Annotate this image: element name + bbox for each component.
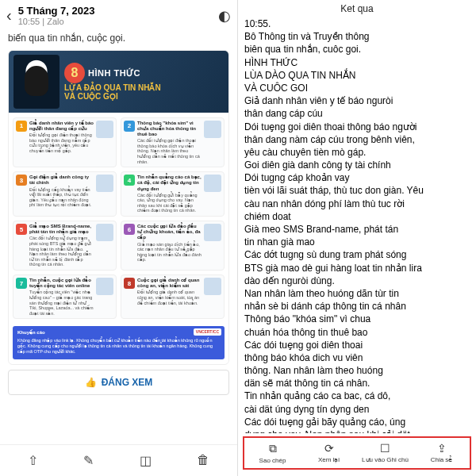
toolbar-icon: ☐ <box>357 442 413 455</box>
card-badge: 6 <box>124 224 135 235</box>
card-grid: 1Giả danh nhân viên y tế báo người thân … <box>9 113 228 364</box>
edit-icon[interactable]: ✎ <box>83 453 94 468</box>
card-thumb <box>204 224 221 241</box>
card-thumb <box>96 175 113 192</box>
card-4: 4Tin nhắn quảng cáo cá bạc, cá độ, cài đ… <box>121 171 225 217</box>
bottom-toolbar: ⇧ ✎ ◫ 🗑 <box>0 444 237 476</box>
card-thumb <box>96 224 113 241</box>
vncert-badge: VNCERT/CC <box>194 328 221 336</box>
card-badge: 5 <box>16 224 27 235</box>
card-5: 5Giả mạo SMS Brand-name, phát tán tin nh… <box>13 221 117 271</box>
crop-icon[interactable]: ◫ <box>140 453 152 468</box>
result-text[interactable]: 10:55.Bô Thông tin và Truyền thôngbiên q… <box>238 16 476 433</box>
back-icon[interactable]: ‹ <box>6 6 12 25</box>
worth-watching-button[interactable]: ĐÁNG XEM <box>8 370 229 395</box>
card-thumb <box>96 121 113 138</box>
toolbar-xem-lại[interactable]: ⟳Xem lại <box>301 438 357 468</box>
toolbar-icon: ⧉ <box>244 442 301 455</box>
toolbar-icon: ⟳ <box>301 442 357 455</box>
toolbar-chia-sẻ[interactable]: ⇪Chia sẻ <box>413 438 470 468</box>
card-7: 7Tin nhắn, cuộc gọi lừa đảo tuyển cộng t… <box>13 274 117 319</box>
toolbar-icon: ⇪ <box>413 442 470 455</box>
card-3: 3Gọi điện giả danh công ty tài chínhĐối … <box>13 171 117 217</box>
toolbar-sao-chép[interactable]: ⧉Sao chép <box>244 438 301 468</box>
ocr-result: Ket qua 10:55.Bô Thông tin và Truyền thô… <box>238 0 476 476</box>
card-badge: 1 <box>16 121 27 132</box>
infographic-hero: 8HÌNH THỨC LỪA ĐẢO QUA TIN NHẮN VÀ CUỘC … <box>9 51 228 113</box>
card-2: 2Thông báo "khóa sim" vì chưa chuẩn hóa … <box>121 117 225 168</box>
delete-icon[interactable]: 🗑 <box>197 453 209 468</box>
intro-text: biến qua tin nhắn, cuộc gọi. <box>0 31 237 50</box>
card-1: 1Giả danh nhân viên y tế báo người thân … <box>13 117 117 168</box>
card-thumb <box>204 121 221 138</box>
card-badge: 3 <box>16 175 27 186</box>
clock-icon[interactable]: ◐ <box>218 7 231 25</box>
card-badge: 4 <box>124 175 135 186</box>
result-toolbar: ⧉Sao chép⟳Xem lại☐Lưu vào Ghi chú⇪Chia s… <box>243 436 471 470</box>
header-date: 5 Tháng 7, 2023 <box>18 5 212 17</box>
infographic[interactable]: 8HÌNH THỨC LỪA ĐẢO QUA TIN NHẮN VÀ CUỘC … <box>8 50 229 365</box>
tip-box: Khuyến cáoKhông đăng nhập vào link lạ. K… <box>13 326 225 359</box>
card-6: 6Các cuộc gọi lừa đảo đầu tư chứng khoán… <box>121 221 225 271</box>
share-icon[interactable]: ⇧ <box>28 453 38 468</box>
card-badge: 2 <box>124 121 135 132</box>
card-thumb <box>96 278 113 295</box>
card-thumb <box>204 278 221 295</box>
card-badge: 7 <box>16 278 27 289</box>
card-badge: 8 <box>124 278 135 289</box>
header: ‹ 5 Tháng 7, 2023 10:55 | Zalo ◐ <box>0 0 237 31</box>
result-title: Ket qua <box>238 0 476 16</box>
zalo-screenshot: ‹ 5 Tháng 7, 2023 10:55 | Zalo ◐ biến qu… <box>0 0 238 476</box>
toolbar-lưu-vào-ghi-chú[interactable]: ☐Lưu vào Ghi chú <box>357 438 413 468</box>
card-8: 8Cuộc gọi giả danh cơ quan công an, viện… <box>121 274 225 319</box>
header-time: 10:55 | Zalo <box>18 17 212 26</box>
card-thumb <box>204 175 221 192</box>
mask-image <box>13 55 60 109</box>
